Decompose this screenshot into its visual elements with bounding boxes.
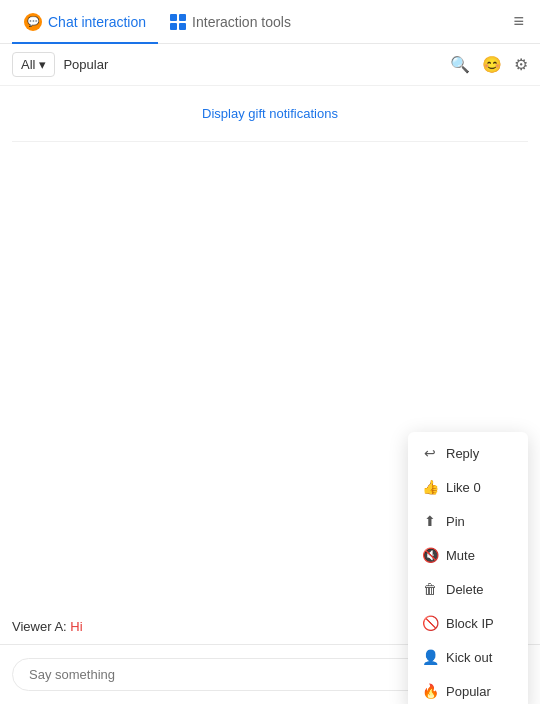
kickout-icon: 👤	[422, 649, 438, 665]
context-menu: ↩ Reply 👍 Like 0 ⬆ Pin 🔇 Mute 🗑 Delete 🚫…	[408, 432, 528, 704]
popular-label: Popular	[446, 684, 491, 699]
tab-tools-label: Interaction tools	[192, 14, 291, 30]
chat-icon: 💬	[24, 13, 42, 31]
mute-icon: 🔇	[422, 547, 438, 563]
search-icon[interactable]: 🔍	[450, 55, 470, 74]
context-menu-like[interactable]: 👍 Like 0	[408, 470, 528, 504]
kickout-label: Kick out	[446, 650, 492, 665]
context-menu-kick-out[interactable]: 👤 Kick out	[408, 640, 528, 674]
context-menu-block-ip[interactable]: 🚫 Block IP	[408, 606, 528, 640]
gift-notification[interactable]: Display gift notifications	[0, 86, 540, 141]
pin-icon: ⬆	[422, 513, 438, 529]
emoji-filter-icon[interactable]: 😊	[482, 55, 502, 74]
popular-filter-label[interactable]: Popular	[63, 57, 108, 72]
pin-label: Pin	[446, 514, 465, 529]
delete-label: Delete	[446, 582, 484, 597]
tab-tools[interactable]: Interaction tools	[158, 0, 303, 44]
filter-select[interactable]: All ▾	[12, 52, 55, 77]
reply-icon: ↩	[422, 445, 438, 461]
tab-chat-label: Chat interaction	[48, 14, 146, 30]
tab-bar: 💬 Chat interaction Interaction tools ≡	[0, 0, 540, 44]
viewer-name: Viewer A:	[12, 619, 67, 634]
like-icon: 👍	[422, 479, 438, 495]
context-menu-delete[interactable]: 🗑 Delete	[408, 572, 528, 606]
chat-input[interactable]	[12, 658, 451, 691]
gift-notification-label: Display gift notifications	[202, 106, 338, 121]
context-menu-mute[interactable]: 🔇 Mute	[408, 538, 528, 572]
context-menu-reply[interactable]: ↩ Reply	[408, 436, 528, 470]
settings-icon[interactable]: ⚙	[514, 55, 528, 74]
chat-area: ↩ Reply 👍 Like 0 ⬆ Pin 🔇 Mute 🗑 Delete 🚫…	[0, 142, 540, 612]
menu-icon[interactable]: ≡	[509, 7, 528, 36]
viewer-text: Hi	[67, 619, 83, 634]
block-icon: 🚫	[422, 615, 438, 631]
reply-label: Reply	[446, 446, 479, 461]
tab-chat[interactable]: 💬 Chat interaction	[12, 0, 158, 44]
popular-icon: 🔥	[422, 683, 438, 699]
context-menu-pin[interactable]: ⬆ Pin	[408, 504, 528, 538]
filter-row-right: 🔍 😊 ⚙	[450, 55, 528, 74]
tab-bar-right: ≡	[509, 7, 528, 36]
chevron-down-icon: ▾	[39, 57, 46, 72]
block-label: Block IP	[446, 616, 494, 631]
mute-label: Mute	[446, 548, 475, 563]
filter-select-value: All	[21, 57, 35, 72]
tools-icon	[170, 14, 186, 30]
context-menu-popular[interactable]: 🔥 Popular	[408, 674, 528, 704]
filter-row: All ▾ Popular 🔍 😊 ⚙	[0, 44, 540, 86]
like-label: Like 0	[446, 480, 481, 495]
delete-icon: 🗑	[422, 581, 438, 597]
viewer-message: Viewer A: Hi	[12, 619, 83, 634]
